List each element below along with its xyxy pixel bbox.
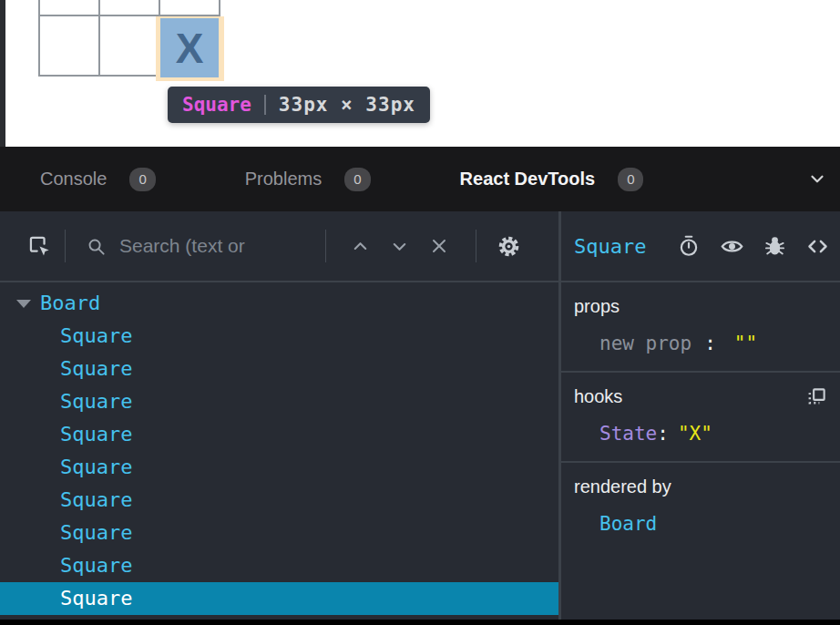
rendered-by-section: rendered by Board xyxy=(561,463,840,551)
tree-item-square[interactable]: Square xyxy=(0,484,558,517)
bottom-window-edge xyxy=(0,620,840,625)
tree-item-square[interactable]: Square xyxy=(0,549,558,582)
tab-problems-label: Problems xyxy=(245,169,322,190)
toolbar-divider xyxy=(325,230,326,262)
rendered-by-board-link[interactable]: Board xyxy=(599,513,657,535)
tab-console-badge: 0 xyxy=(129,168,155,191)
tree-item-label: Square xyxy=(60,488,132,511)
tree-item-square-selected[interactable]: Square xyxy=(0,582,558,615)
tab-react-devtools-badge: 0 xyxy=(618,168,643,191)
chevron-down-icon[interactable] xyxy=(389,236,410,257)
new-prop-value-input[interactable]: "" xyxy=(734,333,757,354)
board-grid-line xyxy=(98,0,100,77)
hook-state-value[interactable]: "X" xyxy=(678,423,712,445)
tree-item-label: Square xyxy=(60,324,132,347)
new-prop-row[interactable]: new prop:"" xyxy=(574,333,827,354)
toolbar-divider xyxy=(65,230,66,262)
tree-item-label: Square xyxy=(60,423,132,446)
component-tree: Board Square Square Square Square Square… xyxy=(0,282,558,620)
search-input[interactable] xyxy=(119,235,312,257)
tree-item-label: Square xyxy=(60,456,132,478)
tab-react-devtools[interactable]: React DevTools 0 xyxy=(460,168,644,191)
devtools-toolbar: Square xyxy=(0,211,840,282)
board-grid-line xyxy=(38,0,40,77)
hook-colon: : xyxy=(657,423,669,445)
tree-item-label: Square xyxy=(60,521,132,544)
toolbar-divider xyxy=(476,230,476,262)
tooltip-separator xyxy=(264,95,266,115)
toolbar-left xyxy=(0,211,558,281)
toolbar-right: Square xyxy=(558,211,840,281)
tree-item-square[interactable]: Square xyxy=(0,353,558,385)
hooks-section-title: hooks xyxy=(574,386,622,407)
close-icon[interactable] xyxy=(428,235,450,257)
tree-item-label: Square xyxy=(60,357,132,380)
details-panel: props new prop:"" hooks State:"X" xyxy=(558,282,840,620)
tree-item-square[interactable]: Square xyxy=(0,320,558,353)
props-section-title: props xyxy=(574,296,620,317)
bug-log-icon[interactable] xyxy=(763,235,786,258)
chevron-down-icon[interactable] xyxy=(807,169,827,189)
suspend-timer-icon[interactable] xyxy=(677,234,701,258)
search-icon xyxy=(86,236,107,257)
tree-item-label: Square xyxy=(60,554,132,577)
tree-item-square[interactable]: Square xyxy=(0,385,558,418)
tree-item-square[interactable]: Square xyxy=(0,451,558,484)
devtools-content: Board Square Square Square Square Square… xyxy=(0,282,840,620)
parse-hook-names-icon[interactable] xyxy=(806,386,827,407)
browser-viewport: X Square 33px × 33px xyxy=(0,0,840,147)
devtools-tabbar: Console 0 Problems 0 React DevTools 0 xyxy=(0,147,840,211)
prop-colon: : xyxy=(704,333,716,354)
view-source-code-icon[interactable] xyxy=(805,234,830,259)
eye-inspect-dom-icon[interactable] xyxy=(720,234,744,259)
hook-name: State xyxy=(599,423,657,445)
rendered-by-row: Board xyxy=(574,513,827,535)
collapse-triangle-icon[interactable] xyxy=(16,300,31,308)
gear-icon[interactable] xyxy=(497,234,521,259)
props-section: props new prop:"" xyxy=(561,282,840,373)
tab-problems-badge: 0 xyxy=(344,168,370,191)
chevron-up-icon[interactable] xyxy=(350,236,371,257)
window-left-edge xyxy=(0,0,5,147)
tree-item-label: Board xyxy=(40,287,100,320)
tree-item-label: Square xyxy=(60,390,132,413)
tree-item-square[interactable]: Square xyxy=(0,517,558,549)
square-cell-value: X xyxy=(176,27,204,69)
tab-console[interactable]: Console 0 xyxy=(40,168,156,191)
tooltip-component-name: Square xyxy=(182,94,251,116)
tab-problems[interactable]: Problems 0 xyxy=(245,168,371,191)
inspected-component-title: Square xyxy=(574,235,646,258)
tree-item-board[interactable]: Board xyxy=(0,287,558,320)
inspect-tooltip: Square 33px × 33px xyxy=(168,87,430,123)
tooltip-dimensions: 33px × 33px xyxy=(279,94,415,116)
rendered-by-title: rendered by xyxy=(574,476,671,497)
inspect-element-icon[interactable] xyxy=(27,234,52,259)
tree-item-square[interactable]: Square xyxy=(0,418,558,451)
tree-item-label: Square xyxy=(60,587,132,610)
tab-console-label: Console xyxy=(40,169,107,190)
hook-state-row[interactable]: State:"X" xyxy=(574,423,827,445)
square-cell[interactable]: X xyxy=(160,18,219,77)
new-prop-name-input[interactable]: new prop xyxy=(599,333,691,354)
tab-react-devtools-label: React DevTools xyxy=(460,169,596,190)
hooks-section: hooks State:"X" xyxy=(561,373,840,463)
